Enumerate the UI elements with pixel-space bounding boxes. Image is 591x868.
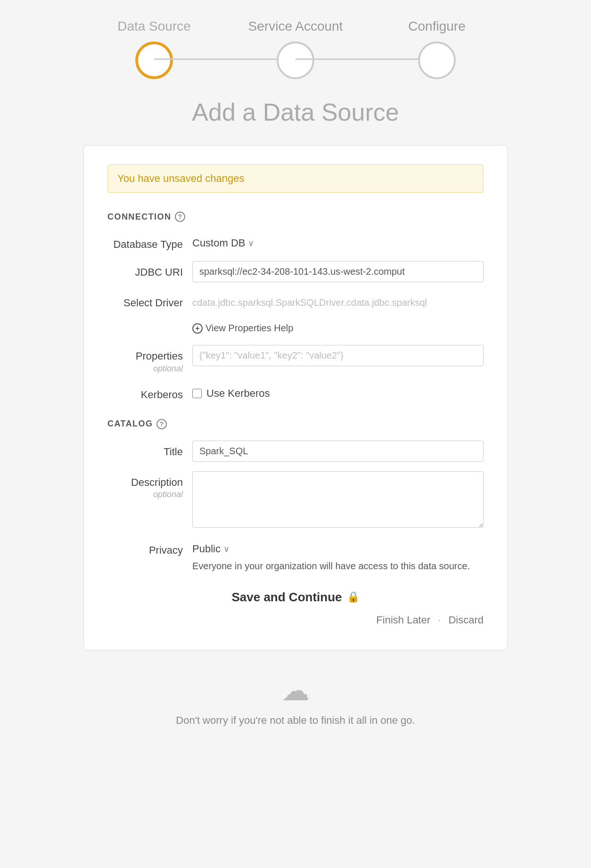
privacy-row: Privacy Public ∨ Everyone in your organi… — [107, 539, 484, 573]
unsaved-banner: You have unsaved changes — [107, 164, 484, 193]
bottom-section: ☁ Don't worry if you're not able to fini… — [176, 674, 415, 727]
catalog-description-row: Description optional — [107, 471, 484, 530]
connection-label: CONNECTION — [107, 212, 171, 222]
step-configure: Configure — [366, 19, 508, 79]
db-type-label: Database Type — [107, 233, 192, 252]
step-circle-service-account — [277, 41, 314, 79]
view-properties-label: View Properties Help — [205, 323, 293, 334]
catalog-description-textarea[interactable] — [192, 471, 484, 528]
catalog-title-input[interactable] — [192, 441, 484, 462]
kerberos-control: Use Kerberos — [192, 384, 484, 400]
properties-input[interactable] — [192, 345, 484, 366]
catalog-label: CATALOG — [107, 419, 153, 429]
privacy-control: Public ∨ Everyone in your organization w… — [192, 539, 484, 573]
plus-circle-icon: + — [192, 323, 203, 334]
page-title: Add a Data Source — [192, 98, 399, 126]
stepper: Data Source Service Account Configure — [83, 19, 508, 79]
catalog-description-control — [192, 471, 484, 530]
privacy-value: Public — [192, 543, 221, 555]
bottom-text: Don't worry if you're not able to finish… — [176, 714, 415, 727]
catalog-title-label: Title — [107, 441, 192, 459]
step-data-source: Data Source — [83, 19, 225, 79]
privacy-chevron-icon: ∨ — [223, 544, 230, 554]
kerberos-label: Kerberos — [107, 384, 192, 402]
main-card: You have unsaved changes CONNECTION ? Da… — [83, 145, 508, 650]
kerberos-row: Kerberos Use Kerberos — [107, 384, 484, 402]
save-continue-label: Save and Continue — [231, 590, 342, 605]
db-type-value: Custom DB — [192, 237, 245, 249]
jdbc-control — [192, 261, 484, 282]
finish-later-link[interactable]: Finish Later — [376, 614, 430, 626]
properties-label: Properties optional — [107, 345, 192, 374]
step-label-service-account: Service Account — [248, 19, 343, 34]
jdbc-input[interactable] — [192, 261, 484, 282]
step-label-configure: Configure — [408, 19, 465, 34]
privacy-label: Privacy — [107, 539, 192, 557]
step-label-data-source: Data Source — [117, 19, 191, 34]
driver-value: cdata.jdbc.sparksql.SparkSQLDriver.cdata… — [192, 292, 484, 308]
driver-row: Select Driver cdata.jdbc.sparksql.SparkS… — [107, 292, 484, 310]
view-properties-link[interactable]: + View Properties Help — [192, 319, 484, 337]
properties-control — [192, 345, 484, 366]
kerberos-checkbox[interactable] — [192, 389, 202, 398]
db-type-select[interactable]: Custom DB ∨ — [192, 233, 254, 249]
privacy-select[interactable]: Public ∨ — [192, 539, 230, 555]
connection-help-icon[interactable]: ? — [175, 212, 185, 222]
discard-link[interactable]: Discard — [448, 614, 484, 626]
connection-section-heading: CONNECTION ? — [107, 212, 484, 222]
step-circle-configure — [418, 41, 456, 79]
db-type-control: Custom DB ∨ — [192, 233, 484, 249]
kerberos-checkbox-row: Use Kerberos — [192, 384, 484, 400]
step-service-account: Service Account — [225, 19, 366, 79]
dot-separator: · — [438, 614, 441, 626]
lock-icon: 🔒 — [347, 591, 360, 603]
catalog-title-control — [192, 441, 484, 462]
catalog-help-icon[interactable]: ? — [156, 419, 167, 429]
privacy-note: Everyone in your organization will have … — [192, 559, 484, 573]
db-type-row: Database Type Custom DB ∨ — [107, 233, 484, 252]
step-circle-data-source — [135, 41, 173, 79]
properties-row: Properties optional — [107, 345, 484, 374]
driver-control: cdata.jdbc.sparksql.SparkSQLDriver.cdata… — [192, 292, 484, 308]
catalog-description-label: Description optional — [107, 471, 192, 500]
save-continue-button[interactable]: Save and Continue 🔒 — [231, 590, 359, 605]
jdbc-label: JDBC URI — [107, 261, 192, 279]
driver-label: Select Driver — [107, 292, 192, 310]
catalog-title-row: Title — [107, 441, 484, 462]
db-type-chevron-icon: ∨ — [248, 238, 254, 248]
footer-actions: Finish Later · Discard — [107, 614, 484, 626]
view-properties-container: + View Properties Help — [107, 319, 484, 337]
jdbc-uri-row: JDBC URI — [107, 261, 484, 282]
catalog-section-heading: CATALOG ? — [107, 419, 484, 429]
cloud-icon: ☁ — [281, 674, 310, 707]
kerberos-checkbox-label: Use Kerberos — [206, 387, 270, 400]
